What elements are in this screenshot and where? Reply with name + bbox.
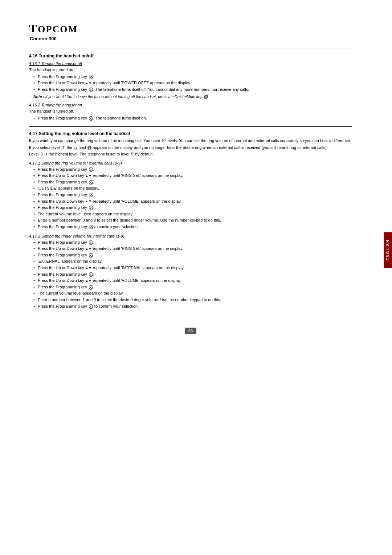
brand-logo: TOPCOM (29, 22, 352, 35)
section-417-heading: 4.17 Setting the ring volume level on th… (29, 131, 352, 136)
bullet-item: The current volume level appears on the … (33, 290, 352, 297)
prog-icon (89, 225, 93, 229)
bullet-item: Press the Programming key . (33, 179, 352, 186)
section-4171-heading: 4.17.1 Setting the ring volume for exter… (29, 161, 352, 165)
section-4172-heading: 4.17.2 Setting the ringer volume for int… (29, 234, 352, 238)
prog-icon (89, 272, 93, 277)
bullet-item: Press the Up or Down key ▲▼ repeatedly u… (33, 198, 352, 205)
bullet-item: Press the Programming key to confirm you… (33, 224, 352, 230)
note-text: Note : If you would like to leave the me… (33, 94, 352, 100)
bullet-item: Press the Programming key . (33, 252, 352, 259)
prog-icon (89, 304, 93, 309)
content-area: TOPCOM Cocoon 300 4.16 Turning the hands… (29, 22, 352, 334)
bullet-item: Press the Programming key . The telephon… (33, 115, 352, 122)
section-417: 4.17 Setting the ring volume level on th… (29, 131, 352, 309)
section-4162: 4.16.2 Turning the handset on The handse… (29, 103, 352, 121)
prog-icon (89, 240, 93, 245)
bullet-item: Press the Programming key . (33, 284, 352, 291)
section-417-intro: If you want, you can change the ring vol… (29, 138, 352, 144)
bullet-item: Press the Up or Down key ▲▼ repeatedly u… (33, 246, 352, 252)
bullet-item: Enter a number between 0 and 9 to select… (33, 217, 352, 224)
english-tab-label: ENGLISH (384, 232, 392, 267)
bell-icon: 🔇 (87, 146, 91, 150)
bullet-item: Press the Programming key . (33, 239, 352, 246)
arrow-updown-icon: ▲▼ (85, 246, 92, 251)
bullet-item: Press the Programming key . (33, 204, 352, 211)
section-417-intro2: If you select level '0', the symbol 🔇 ap… (29, 145, 352, 151)
model-name: Cocoon 300 (30, 36, 352, 41)
bullet-item: Press the Programming key . (33, 271, 352, 278)
section-4162-bullets: Press the Programming key . The telephon… (29, 115, 352, 122)
note-content: If you would like to leave the menu with… (45, 94, 209, 99)
bullet-item: Press the Programming key . (33, 192, 352, 198)
section-4161-bullets: Press the Programming key . Press the Up… (29, 74, 352, 93)
section-4171: 4.17.1 Setting the ring volume for exter… (29, 161, 352, 230)
arrow-updown-icon: ▲▼ (85, 173, 92, 178)
section-4172: 4.17.2 Setting the ringer volume for int… (29, 234, 352, 310)
english-tab: ENGLISH (384, 232, 392, 267)
prog-icon (89, 88, 93, 92)
section-416: 4.16 Turning the handset on/off 4.16.1 T… (29, 53, 352, 121)
bullet-item: Enter a number between 1 and 9 to select… (33, 297, 352, 303)
bullet-item: Press the Programming key to confirm you… (33, 303, 352, 310)
bullet-item: The current volume level used appears on… (33, 211, 352, 218)
section-4161-intro: The handset is turned on. (29, 67, 352, 73)
section-4161: 4.16.1 Turning the handset off The hands… (29, 61, 352, 100)
logo-area: TOPCOM Cocoon 300 (29, 22, 352, 41)
bullet-item: Press the Up or Down key ▲▼ repeatedly u… (33, 80, 352, 86)
prog-icon (89, 206, 93, 210)
prog-icon (89, 180, 93, 185)
bullet-item: Press the Programming key . (33, 166, 352, 173)
section-4162-intro: The handset is turned off. (29, 108, 352, 114)
page-number: 63 (185, 328, 196, 334)
note-label: Note : (33, 94, 44, 99)
arrow-updown-icon: ▲▼ (85, 266, 92, 271)
section-4171-bullets: Press the Programming key . Press the Up… (29, 166, 352, 230)
prog-icon (89, 193, 93, 197)
section-416-heading: 4.16 Turning the handset on/off (29, 53, 352, 58)
delete-mute-icon: 🔇 (203, 94, 208, 99)
section-4172-bullets: Press the Programming key . Press the Up… (29, 239, 352, 310)
section-417-intro3: Level '9' is the highest level. The tele… (29, 151, 352, 157)
section-4161-heading: 4.16.1 Turning the handset off (29, 61, 352, 66)
bullet-item: Press the Up or Down key ▲▼ repeatedly u… (33, 278, 352, 284)
section-divider (29, 126, 352, 127)
bullet-item: 'OUTSIDE' appears on the display. (33, 185, 352, 192)
page-number-area: 63 (29, 317, 352, 334)
arrow-updown-icon: ▲▼ (85, 81, 92, 86)
arrow-updown-icon: ▲▼ (85, 199, 92, 204)
prog-icon (89, 253, 93, 258)
bullet-item: Press the Programming key . The telephon… (33, 86, 352, 93)
prog-icon (89, 167, 93, 172)
prog-icon (89, 116, 93, 121)
prog-icon (89, 285, 93, 289)
prog-icon (89, 75, 93, 79)
bullet-item: Press the Up or Down key ▲▼ repeatedly u… (33, 265, 352, 271)
header-divider (29, 49, 352, 49)
bullet-item: Press the Up or Down key ▲▼ repeatedly u… (33, 173, 352, 179)
bullet-item: 'EXTERNAL' appears on the display. (33, 258, 352, 265)
bullet-item: Press the Programming key . (33, 74, 352, 80)
section-4162-heading: 4.16.2 Turning the handset on (29, 103, 352, 107)
arrow-updown-icon: ▲▼ (85, 278, 92, 283)
page: TOPCOM Cocoon 300 4.16 Turning the hands… (0, 0, 392, 555)
